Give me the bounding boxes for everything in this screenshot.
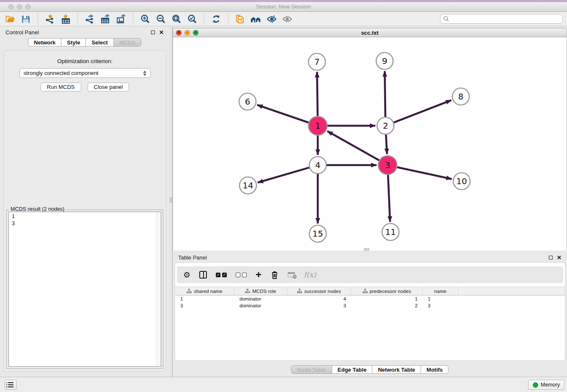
clone-network-icon[interactable] [234,13,246,25]
tab-mcds[interactable]: MCDS [113,38,141,47]
mcds-result-title: MCDS result (2 nodes) [9,206,66,212]
toolbar-separator [228,14,228,25]
zoom-in-icon[interactable] [139,13,151,25]
select-all-icon[interactable]: ✓✓ [216,270,227,279]
zoom-fit-icon[interactable] [171,13,182,25]
function-builder-icon[interactable]: f(x) [304,270,316,279]
graph-node-label-11: 11 [385,227,396,237]
network-view-titlebar[interactable]: scc.txt ✕ − + [173,28,567,37]
import-table-icon[interactable] [60,13,72,25]
table-cell[interactable]: dominator [234,302,287,309]
close-panel-icon[interactable]: ✕ [557,256,561,259]
criterion-select[interactable]: strongly connected component [19,68,151,78]
vertical-splitter[interactable] [169,26,173,377]
window-title: Session: New Session [0,3,567,10]
run-mcds-button[interactable]: Run MCDS [41,83,81,91]
tab-network-table[interactable]: Network Table [372,365,421,374]
delete-icon[interactable] [270,270,279,279]
graph-edge-2-3[interactable] [386,135,387,154]
memory-label: Memory [541,382,560,388]
hide-selected-icon[interactable] [266,13,278,25]
open-session-icon[interactable] [4,13,16,25]
graph-edge-2-8[interactable] [394,100,451,123]
column-header-successor-nodes[interactable]: successor nodes [287,287,351,295]
graph-node-label-9: 9 [382,56,388,66]
graph-node-label-7: 7 [314,57,320,67]
status-bar: Memory [0,377,567,392]
graph-edge-3-10[interactable] [397,167,452,179]
search-box[interactable] [440,14,563,24]
memory-status-icon [533,382,538,388]
horizontal-splitter-grip[interactable] [364,248,369,251]
table-cell[interactable]: 4 [287,295,351,302]
table-cell[interactable]: 3 [175,302,234,309]
save-session-icon[interactable] [20,13,32,25]
float-panel-icon[interactable] [549,256,553,259]
close-panel-button[interactable]: Close panel [88,83,129,91]
export-image-icon[interactable] [115,13,127,25]
show-all-icon[interactable] [281,13,293,25]
memory-button[interactable]: Memory [528,380,564,390]
column-header-name[interactable]: name [423,287,458,295]
control-panel-tabs: NetworkStyleSelectMCDS [0,38,169,47]
list-icon [8,382,14,388]
table-row[interactable]: 1dominator411 [175,295,565,302]
add-column-icon[interactable]: + [256,270,261,279]
close-panel-icon[interactable]: ✕ [159,30,164,34]
tab-network[interactable]: Network [28,38,61,47]
network-graph[interactable]: 7968124314101511 [173,37,567,250]
export-table-icon[interactable] [99,13,111,25]
export-network-icon[interactable] [84,13,96,25]
tab-motifs[interactable]: Motifs [421,365,449,374]
graph-node-label-15: 15 [312,229,323,239]
search-icon [443,16,449,22]
table-row[interactable]: 3dominator323 [175,302,565,309]
first-neighbors-icon[interactable] [250,13,262,25]
table-cell[interactable]: 3 [287,302,351,309]
table-settings-icon[interactable]: ⚙ [183,270,190,279]
table-cell[interactable]: 2 [351,302,423,309]
graph-node-label-2: 2 [383,121,388,131]
float-panel-icon[interactable] [151,30,155,34]
graph-node-label-10: 10 [456,176,467,186]
network-canvas[interactable]: 7968124314101511 [173,37,567,251]
table-cell[interactable]: dominator [234,295,287,302]
graph-edge-3-1[interactable] [328,131,379,160]
splitter-grip[interactable] [170,197,172,203]
tab-node-table[interactable]: Node Table [291,365,332,374]
deselect-all-icon[interactable] [236,270,247,279]
column-header-MCDS-role[interactable]: MCDS role [234,287,287,295]
table-cell[interactable]: 3 [423,302,458,309]
mcds-result-text[interactable]: 13 [8,212,161,367]
table-cell[interactable]: 1 [423,295,458,302]
show-columns-icon[interactable] [199,270,207,279]
control-panel-title: Control Panel [6,29,39,36]
zoom-selected-icon[interactable] [186,13,198,25]
graph-node-label-4: 4 [315,160,321,170]
column-header-shared-name[interactable]: shared name [175,287,234,295]
table-header-row: shared nameMCDS rolesuccessor nodesprede… [175,287,565,295]
result-scrollbar[interactable] [156,212,161,366]
column-type-icon [297,289,302,293]
graph-edge-3-11[interactable] [388,175,390,222]
graph-edge-4-14[interactable] [258,168,309,182]
window-titlebar: Session: New Session [0,2,567,12]
delete-table-icon[interactable]: ✕ [288,270,295,279]
tab-edge-table[interactable]: Edge Table [332,365,372,374]
table-cell[interactable]: 1 [175,295,234,302]
graph-edge-2-9[interactable] [385,71,385,117]
refresh-icon[interactable] [210,13,222,25]
graph-edge-1-7[interactable] [317,72,317,116]
import-network-icon[interactable] [44,13,56,25]
column-header-predecessor-nodes[interactable]: predecessor nodes [351,287,423,295]
search-input[interactable] [451,16,560,22]
tab-style[interactable]: Style [61,38,86,47]
table-cell[interactable]: 1 [351,295,423,302]
zoom-out-icon[interactable] [155,13,167,25]
tab-select[interactable]: Select [85,38,113,47]
column-type-icon [245,289,250,293]
graph-edge-1-6[interactable] [257,105,309,123]
table-toolbar: ⚙ ✓✓ + ✕ f(x) [177,266,563,283]
task-history-button[interactable] [5,380,17,390]
column-type-icon [363,289,368,293]
